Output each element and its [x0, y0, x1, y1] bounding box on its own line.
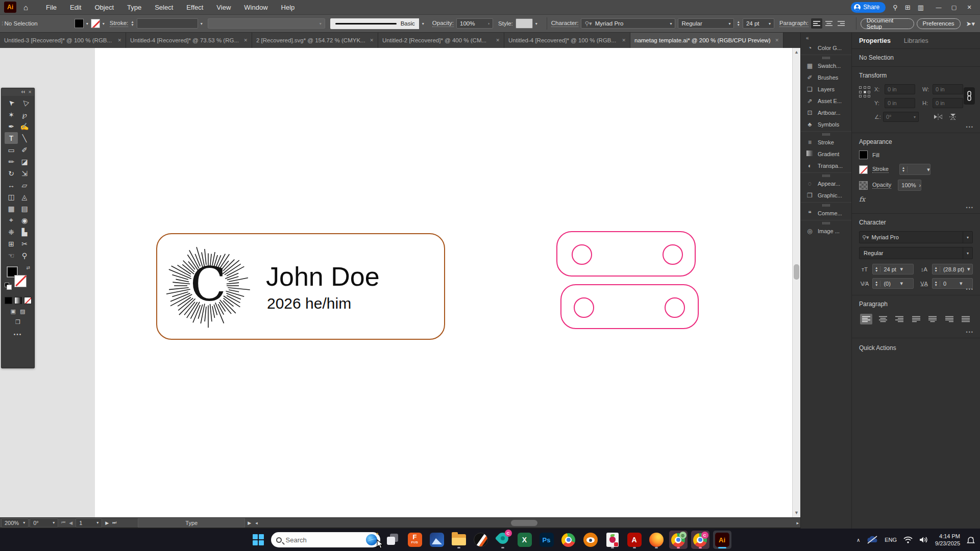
- w-field[interactable]: 0 in: [933, 84, 963, 94]
- flip-horizontal-icon[interactable]: [934, 114, 942, 120]
- speaker-icon[interactable]: [919, 536, 928, 543]
- swap-fill-stroke-icon[interactable]: ⇄: [26, 265, 30, 270]
- cut-template-top[interactable]: [556, 231, 696, 277]
- menu-effect[interactable]: Effect: [180, 0, 210, 14]
- tool-selection[interactable]: ➤: [5, 97, 18, 109]
- gradient-button[interactable]: [14, 297, 22, 304]
- fx-icon[interactable]: fx: [859, 195, 973, 203]
- tool-column-graph[interactable]: ▙: [18, 226, 31, 238]
- stroke-chevron-icon[interactable]: ▾: [103, 21, 105, 26]
- tool-eyedropper[interactable]: ⌖: [5, 214, 18, 226]
- hscroll-left-icon[interactable]: ◂: [254, 520, 259, 525]
- default-fill-stroke-icon[interactable]: [5, 283, 9, 287]
- font-style-dropdown[interactable]: Regular▾: [678, 18, 734, 29]
- excel-app[interactable]: X: [516, 531, 534, 549]
- brush-chevron-icon[interactable]: ▾: [419, 21, 427, 26]
- first-artboard-icon[interactable]: ⏮: [61, 520, 65, 525]
- notification-bell-icon[interactable]: z: [967, 536, 975, 544]
- color-button[interactable]: [5, 297, 12, 304]
- panel-asset-export[interactable]: ⇗Asset E...: [801, 95, 851, 107]
- h-field[interactable]: 0 in: [933, 98, 963, 108]
- tool-direct-selection[interactable]: ▷: [18, 97, 31, 109]
- document-tab[interactable]: Untitled-3 [Recovered]* @ 100 % (RGB...✕: [0, 33, 126, 48]
- tool-magic-wand[interactable]: ✶: [5, 109, 18, 120]
- tool-slice[interactable]: ✂: [18, 238, 31, 249]
- tool-lasso[interactable]: ℘: [18, 109, 31, 120]
- panel-artboards[interactable]: ⊡Artboar...: [801, 107, 851, 118]
- minimize-button[interactable]: —: [931, 0, 946, 14]
- align-center-button[interactable]: [823, 18, 835, 29]
- taskbar-clock[interactable]: 4:14 PM 9/23/2025: [935, 533, 960, 547]
- start-button[interactable]: [249, 531, 267, 549]
- location-pin-app[interactable]: C: [494, 531, 512, 549]
- stroke-weight-stepper[interactable]: ▲▼: [131, 20, 134, 27]
- document-canvas[interactable]: C John Doe 2026 he/him ⏴⏴ ✕: [0, 48, 800, 517]
- document-tab[interactable]: Untitled-4 [Recovered]* @ 73.53 % (RG...…: [126, 33, 252, 48]
- prev-artboard-icon[interactable]: ◀: [69, 520, 72, 525]
- tool-cursor-options-icon[interactable]: ➤▾: [966, 20, 975, 28]
- font-size-stepper[interactable]: ▲▼: [737, 20, 740, 27]
- document-setup-button[interactable]: Document Setup: [861, 18, 914, 29]
- tool-scale[interactable]: ⇲: [18, 167, 31, 179]
- panel-symbols[interactable]: ♣Symbols: [801, 118, 851, 130]
- appearance-stroke-swatch[interactable]: [859, 165, 868, 174]
- tray-overflow-icon[interactable]: ∧: [856, 537, 860, 543]
- maximize-button[interactable]: ▢: [946, 0, 962, 14]
- tool-curvature[interactable]: ✍: [18, 120, 31, 132]
- tool-artboard[interactable]: ⊞: [5, 238, 18, 249]
- search-icon[interactable]: ⚲: [893, 4, 898, 11]
- tab-properties[interactable]: Properties: [859, 37, 891, 44]
- tool-line-segment[interactable]: ╲: [18, 132, 31, 144]
- tab-close-icon[interactable]: ✕: [622, 38, 626, 43]
- constrain-proportions-icon[interactable]: [964, 87, 975, 105]
- panel-brushes[interactable]: ✐Brushes: [801, 71, 851, 83]
- tool-shape-builder[interactable]: ◫: [5, 191, 18, 203]
- paragraph-label[interactable]: Paragraph:: [779, 20, 808, 27]
- arrange-documents-icon[interactable]: ▥: [918, 4, 924, 11]
- x-field[interactable]: 0 in: [885, 84, 915, 94]
- paragraph-align-left[interactable]: [860, 314, 872, 324]
- stroke-color-proxy[interactable]: [15, 276, 26, 287]
- panel-layers[interactable]: ❏Layers: [801, 83, 851, 95]
- scroll-up-icon[interactable]: ▲: [794, 49, 799, 55]
- tab-close-icon[interactable]: ✕: [370, 38, 374, 43]
- file-explorer-app[interactable]: [450, 531, 468, 549]
- blender-app[interactable]: [581, 531, 600, 549]
- menu-select[interactable]: Select: [148, 0, 180, 14]
- appearance-fill-swatch[interactable]: [859, 151, 868, 159]
- panel-appearance[interactable]: ◌Appear...: [801, 178, 851, 189]
- menu-object[interactable]: Object: [88, 0, 120, 14]
- appearance-opacity-swatch[interactable]: [859, 181, 868, 190]
- tab-libraries[interactable]: Libraries: [904, 37, 928, 44]
- fusion-360-app[interactable]: FFUS: [406, 531, 424, 549]
- close-button[interactable]: ✕: [962, 0, 977, 14]
- tool-eraser[interactable]: ◪: [18, 156, 31, 167]
- document-tab[interactable]: Untitled-2 [Recovered]* @ 400 % (CM...✕: [378, 33, 504, 48]
- panel-comments[interactable]: ❝Comme...: [801, 207, 851, 219]
- media-app[interactable]: [428, 531, 446, 549]
- reference-point-selector[interactable]: [859, 86, 871, 98]
- tab-close-icon[interactable]: ✕: [496, 38, 500, 43]
- panel-swatches[interactable]: ▦Swatch...: [801, 60, 851, 71]
- cut-template-bottom[interactable]: [560, 284, 699, 329]
- rotation-dropdown[interactable]: 0°▾: [30, 518, 58, 528]
- share-button[interactable]: Share: [851, 2, 886, 13]
- firefox-app[interactable]: [647, 531, 666, 549]
- artboard-number-dropdown[interactable]: 1▾: [76, 518, 102, 528]
- menu-view[interactable]: View: [210, 0, 237, 14]
- menu-type[interactable]: Type: [120, 0, 148, 14]
- tool-paintbrush[interactable]: ✐: [18, 144, 31, 156]
- screen-mode-icon[interactable]: ❒: [2, 319, 34, 325]
- illustrator-app[interactable]: Ai: [713, 531, 731, 549]
- character-size-field[interactable]: ▲▼24 pt▾: [872, 264, 914, 274]
- opacity-panel-field[interactable]: 100%›: [898, 180, 921, 191]
- panel-stroke[interactable]: ≡Stroke: [801, 136, 851, 148]
- chrome-app[interactable]: [559, 531, 578, 549]
- panel-gradient[interactable]: Gradient: [801, 148, 851, 160]
- round-dark-app[interactable]: [472, 531, 490, 549]
- menu-edit[interactable]: Edit: [63, 0, 88, 14]
- character-label[interactable]: Character:: [551, 20, 579, 27]
- stroke-weight-field[interactable]: [137, 18, 198, 29]
- stroke-weight-label[interactable]: Stroke:: [110, 20, 128, 27]
- paragraph-align-right[interactable]: [893, 314, 905, 324]
